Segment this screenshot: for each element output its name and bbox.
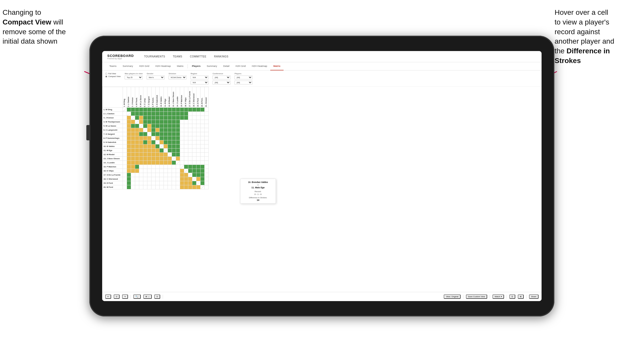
matrix-cell[interactable] (192, 116, 196, 120)
matrix-cell[interactable] (151, 124, 156, 128)
matrix-cell[interactable] (168, 116, 172, 120)
matrix-cell[interactable] (184, 120, 188, 124)
gender-select[interactable]: Men's (147, 76, 165, 79)
matrix-cell[interactable] (131, 144, 135, 149)
matrix-cell[interactable] (205, 177, 209, 181)
matrix-cell[interactable] (188, 144, 192, 149)
matrix-cell[interactable] (123, 128, 127, 132)
matrix-cell[interactable] (151, 153, 156, 157)
matrix-cell[interactable] (151, 108, 156, 112)
matrix-cell[interactable] (201, 132, 205, 136)
matrix-cell[interactable] (176, 136, 180, 140)
nav-committee[interactable]: COMMITTEE (190, 55, 206, 58)
matrix-cell[interactable] (172, 153, 176, 157)
matrix-cell[interactable] (196, 149, 201, 153)
subnav-matrix-left[interactable]: Matrix (174, 62, 186, 70)
matrix-cell[interactable] (164, 177, 168, 181)
matrix-cell[interactable] (192, 124, 196, 128)
matrix-cell[interactable] (196, 144, 201, 149)
matrix-cell[interactable] (188, 116, 192, 120)
matrix-cell[interactable] (176, 144, 180, 149)
matrix-cell[interactable] (127, 112, 131, 116)
matrix-cell[interactable] (180, 185, 184, 189)
matrix-cell[interactable] (176, 161, 180, 165)
matrix-cell[interactable] (192, 161, 196, 165)
matrix-cell[interactable] (164, 169, 168, 173)
matrix-cell[interactable] (172, 140, 176, 144)
matrix-cell[interactable] (127, 161, 131, 165)
matrix-cell[interactable] (156, 124, 160, 128)
matrix-cell[interactable] (176, 112, 180, 116)
matrix-cell[interactable] (176, 157, 180, 161)
matrix-cell[interactable] (127, 128, 131, 132)
matrix-cell[interactable] (184, 181, 188, 185)
matrix-cell[interactable] (168, 120, 172, 124)
matrix-cell[interactable] (192, 132, 196, 136)
matrix-cell[interactable] (123, 144, 127, 149)
matrix-cell[interactable] (143, 161, 147, 165)
matrix-cell[interactable] (196, 124, 201, 128)
matrix-cell[interactable] (127, 108, 131, 112)
matrix-cell[interactable] (180, 165, 184, 169)
matrix-cell[interactable] (151, 136, 156, 140)
matrix-cell[interactable] (139, 124, 143, 128)
players-select[interactable]: (All) (235, 76, 252, 79)
matrix-cell[interactable] (188, 140, 192, 144)
matrix-cell[interactable] (196, 112, 201, 116)
matrix-cell[interactable] (131, 120, 135, 124)
matrix-cell[interactable] (160, 116, 164, 120)
matrix-cell[interactable] (205, 173, 209, 177)
matrix-cell[interactable] (135, 116, 139, 120)
matrix-cell[interactable] (127, 169, 131, 173)
matrix-cell[interactable] (164, 153, 168, 157)
matrix-cell[interactable] (139, 165, 143, 169)
matrix-cell[interactable] (143, 181, 147, 185)
matrix-cell[interactable] (172, 169, 176, 173)
matrix-cell[interactable] (184, 108, 188, 112)
matrix-cell[interactable] (147, 136, 151, 140)
matrix-cell[interactable] (172, 185, 176, 189)
matrix-cell[interactable] (180, 108, 184, 112)
matrix-cell[interactable] (147, 120, 151, 124)
matrix-cell[interactable] (168, 153, 172, 157)
matrix-cell[interactable] (184, 153, 188, 157)
matrix-cell[interactable] (127, 157, 131, 161)
matrix-cell[interactable] (192, 185, 196, 189)
matrix-cell[interactable] (201, 185, 205, 189)
matrix-cell[interactable] (184, 136, 188, 140)
matrix-cell[interactable] (196, 161, 201, 165)
matrix-cell[interactable] (201, 124, 205, 128)
subnav-players-h2h-grid[interactable]: H2H Grid (232, 62, 249, 70)
matrix-cell[interactable] (205, 128, 209, 132)
share-button[interactable]: Share (529, 294, 538, 299)
matrix-cell[interactable] (201, 169, 205, 173)
matrix-cell[interactable] (192, 157, 196, 161)
matrix-cell[interactable] (135, 165, 139, 169)
matrix-cell[interactable] (156, 153, 160, 157)
matrix-cell[interactable] (188, 181, 192, 185)
subnav-summary[interactable]: Summary (120, 62, 136, 70)
matrix-cell[interactable] (135, 173, 139, 177)
matrix-cell[interactable] (172, 128, 176, 132)
matrix-cell[interactable] (156, 161, 160, 165)
matrix-cell[interactable] (196, 132, 201, 136)
nav-rankings[interactable]: RANKINGS (214, 55, 228, 58)
matrix-cell[interactable] (201, 144, 205, 149)
matrix-cell[interactable] (205, 149, 209, 153)
matrix-container[interactable]: 1. W Ding 2. L Clanton 3. J Koivun 4. M … (102, 87, 542, 300)
matrix-cell[interactable] (156, 144, 160, 149)
matrix-cell[interactable] (184, 169, 188, 173)
matrix-cell[interactable] (172, 108, 176, 112)
matrix-cell[interactable] (188, 120, 192, 124)
matrix-cell[interactable] (127, 173, 131, 177)
matrix-cell[interactable] (151, 157, 156, 161)
matrix-cell[interactable] (201, 128, 205, 132)
matrix-cell[interactable] (180, 144, 184, 149)
matrix-cell[interactable] (139, 116, 143, 120)
matrix-cell[interactable] (188, 112, 192, 116)
matrix-cell[interactable] (205, 165, 209, 169)
matrix-cell[interactable] (131, 128, 135, 132)
matrix-cell[interactable] (156, 128, 160, 132)
matrix-cell[interactable] (139, 173, 143, 177)
matrix-cell[interactable] (180, 177, 184, 181)
